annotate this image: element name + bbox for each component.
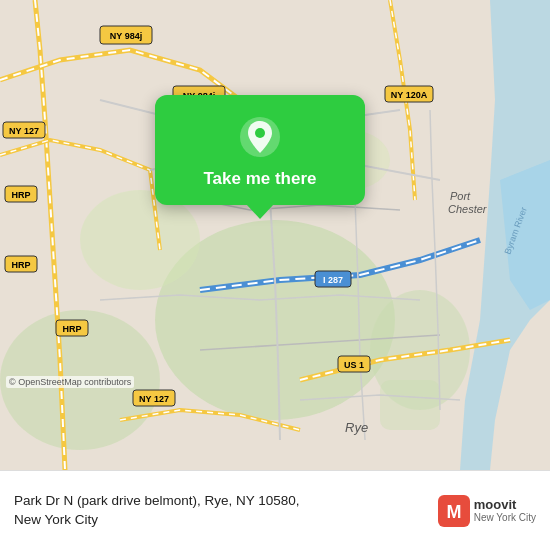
address-text: Park Dr N (park drive belmont), Rye, NY … bbox=[14, 492, 438, 530]
svg-text:NY 127: NY 127 bbox=[9, 126, 39, 136]
map-container: NY 984j NY 984j HRP HRP HRP NY 127 NY 12… bbox=[0, 0, 550, 470]
svg-text:HRP: HRP bbox=[62, 324, 81, 334]
moovit-name: moovit bbox=[474, 497, 536, 513]
osm-attribution: © OpenStreetMap contributors bbox=[6, 376, 134, 388]
moovit-city: New York City bbox=[474, 512, 536, 524]
svg-text:US 1: US 1 bbox=[344, 360, 364, 370]
svg-point-5 bbox=[80, 190, 200, 290]
moovit-icon: M bbox=[438, 495, 470, 527]
svg-text:NY 120A: NY 120A bbox=[391, 90, 428, 100]
svg-text:Port: Port bbox=[450, 190, 471, 202]
svg-text:Rye: Rye bbox=[345, 420, 368, 435]
svg-text:HRP: HRP bbox=[11, 260, 30, 270]
address-line2: New York City bbox=[14, 512, 98, 527]
osm-text: © OpenStreetMap contributors bbox=[9, 377, 131, 387]
svg-text:Chester: Chester bbox=[448, 203, 488, 215]
popup-label: Take me there bbox=[203, 169, 316, 189]
address-container: Park Dr N (park drive belmont), Rye, NY … bbox=[14, 492, 438, 530]
moovit-logo: M moovit New York City bbox=[438, 495, 536, 527]
map-background: NY 984j NY 984j HRP HRP HRP NY 127 NY 12… bbox=[0, 0, 550, 470]
moovit-brand-text: moovit New York City bbox=[474, 497, 536, 525]
svg-rect-4 bbox=[380, 380, 440, 430]
take-me-there-button[interactable]: Take me there bbox=[155, 95, 365, 205]
info-bar: Park Dr N (park drive belmont), Rye, NY … bbox=[0, 470, 550, 550]
svg-text:NY 984j: NY 984j bbox=[110, 31, 142, 41]
svg-text:M: M bbox=[446, 502, 461, 522]
svg-text:NY 127: NY 127 bbox=[139, 394, 169, 404]
location-pin-icon bbox=[238, 115, 282, 159]
svg-point-32 bbox=[255, 128, 265, 138]
svg-text:I 287: I 287 bbox=[323, 275, 343, 285]
address-line1: Park Dr N (park drive belmont), Rye, NY … bbox=[14, 493, 300, 508]
svg-text:HRP: HRP bbox=[11, 190, 30, 200]
